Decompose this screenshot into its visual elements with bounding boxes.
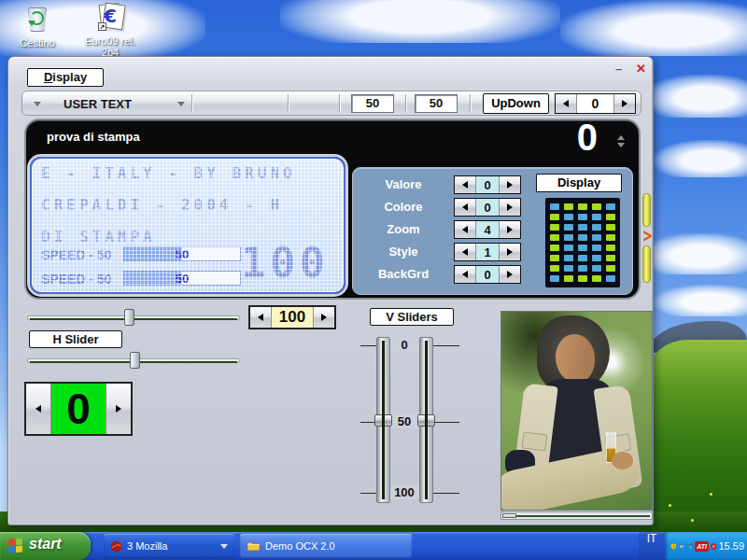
led-cell: [606, 234, 615, 241]
desktop-icon-recycle-bin[interactable]: Cestino: [5, 4, 70, 49]
updown-button[interactable]: UpDown: [483, 93, 549, 114]
spinner-left-arrow[interactable]: [556, 94, 577, 113]
h-slider-button[interactable]: H Slider: [29, 330, 122, 348]
demo-ocx-window: – ✕ Display USER TEXT 50 50 UpDown 0 pro…: [7, 56, 654, 525]
task-label: 3 Mozilla: [127, 540, 167, 552]
spinner-right-arrow[interactable]: [313, 307, 334, 328]
h-slider-1[interactable]: [27, 310, 240, 325]
task-label: Demo OCX 2.0: [265, 540, 335, 552]
left-triangle-icon: [462, 181, 468, 189]
led-cell: [592, 255, 601, 261]
left-triangle-icon: [462, 226, 468, 233]
ati-tray-icon[interactable]: ATI: [695, 541, 709, 552]
spinner-left-arrow[interactable]: [455, 199, 476, 216]
spinner-right-arrow[interactable]: [499, 244, 520, 260]
spinner-left-arrow[interactable]: [250, 307, 272, 328]
security-shield-icon[interactable]: [670, 540, 677, 553]
volume-icon[interactable]: [679, 540, 685, 553]
flag-yellow: [16, 546, 22, 553]
spinner-right-arrow[interactable]: [499, 266, 520, 283]
error-tray-icon[interactable]: [711, 540, 717, 553]
left-triangle-icon: [563, 100, 569, 107]
expander-bar: [642, 245, 651, 283]
led-cell: [592, 275, 601, 282]
led-cell: [592, 245, 601, 251]
led-cell: [578, 275, 587, 282]
up-arrow-icon[interactable]: [617, 132, 625, 140]
spinner-right-arrow[interactable]: [613, 94, 635, 113]
network-disconnected-icon[interactable]: [686, 540, 693, 553]
spinner-right-arrow[interactable]: [499, 176, 520, 193]
spinner-left-arrow[interactable]: [455, 221, 476, 238]
led-cell: [550, 265, 559, 272]
led-cell: [578, 255, 587, 261]
chevron-down-icon[interactable]: [34, 102, 41, 110]
spinner-left-arrow[interactable]: [455, 176, 476, 193]
left-triangle-icon: [462, 203, 468, 211]
led-cell: [564, 265, 573, 272]
control-row: Style 1: [353, 243, 540, 261]
start-button[interactable]: start: [0, 532, 91, 560]
taskbar-task-mozilla[interactable]: 3 Mozilla: [104, 534, 234, 558]
v-sliders-button[interactable]: V Sliders: [370, 308, 454, 326]
chevron-down-icon[interactable]: [177, 102, 185, 110]
lcd-marquee-line: DI STAMPA: [41, 228, 156, 245]
spinner-left-arrow[interactable]: [455, 244, 476, 260]
folder-icon: [247, 540, 261, 552]
panel-expander[interactable]: >: [642, 193, 652, 285]
led-cell: [550, 255, 559, 261]
toolbar-value-box-2[interactable]: 50: [415, 94, 458, 113]
toolbar-value-box-1[interactable]: 50: [351, 94, 394, 113]
flag-blue: [8, 546, 15, 553]
desktop-icon-euro09[interactable]: € ↗ Euro09 rel. 2p4: [78, 2, 143, 58]
led-cell: [550, 234, 559, 241]
led-cell: [606, 214, 615, 220]
scrollbar-thumb[interactable]: [502, 513, 516, 518]
minimize-button[interactable]: –: [611, 62, 627, 77]
display-button-top[interactable]: Display: [27, 68, 104, 87]
led-cell: [578, 245, 587, 251]
slider-thumb[interactable]: [130, 352, 140, 369]
led-cell: [550, 214, 559, 220]
cloud: [641, 233, 747, 274]
display-button-panel[interactable]: Display: [536, 174, 622, 192]
spinner-left-arrow[interactable]: [455, 266, 476, 283]
led-cell: [564, 224, 573, 231]
h-slider-2[interactable]: [27, 353, 240, 368]
mozilla-icon: [110, 540, 122, 553]
cloud: [654, 285, 747, 316]
led-cell: [578, 234, 587, 241]
user-text-label: USER TEXT: [63, 97, 132, 111]
v-tick-label: 100: [386, 485, 423, 499]
updown-spinner: 0: [555, 93, 636, 114]
stampa-updown[interactable]: [617, 132, 626, 151]
h-spinner: 100: [248, 305, 336, 329]
down-arrow-icon[interactable]: [617, 143, 625, 151]
taskbar-task-demo-ocx[interactable]: Demo OCX 2.0: [240, 534, 412, 558]
spinner-left-arrow[interactable]: [26, 384, 51, 434]
slider-thumb[interactable]: [417, 414, 435, 427]
backgrd-spinner: 0: [454, 265, 521, 284]
photo-scrollbar[interactable]: [500, 511, 653, 520]
led-cell: [606, 245, 615, 251]
spinner-right-arrow[interactable]: [499, 221, 520, 238]
speed-progressbar: 50: [123, 271, 241, 286]
chevron-right-icon: >: [642, 225, 653, 246]
slider-thumb[interactable]: [374, 414, 392, 427]
led-cell: [550, 224, 559, 231]
spinner-right-arrow[interactable]: [499, 199, 520, 216]
led-cell: [578, 214, 587, 220]
cloud: [654, 140, 747, 177]
v-slider-2[interactable]: [419, 337, 433, 503]
led-cell: [592, 265, 601, 272]
led-cell: [606, 255, 615, 261]
progress-value: 50: [124, 247, 240, 260]
v-slider-1[interactable]: [376, 337, 390, 503]
control-panel: Valore 0 Colore 0 Zoom 4 Style: [352, 167, 633, 295]
led-cell: [592, 224, 601, 231]
right-triangle-icon: [507, 203, 513, 211]
language-indicator[interactable]: IT: [639, 532, 665, 560]
spinner-right-arrow[interactable]: [106, 384, 131, 434]
slider-thumb[interactable]: [124, 309, 134, 326]
close-button[interactable]: ✕: [633, 62, 649, 77]
